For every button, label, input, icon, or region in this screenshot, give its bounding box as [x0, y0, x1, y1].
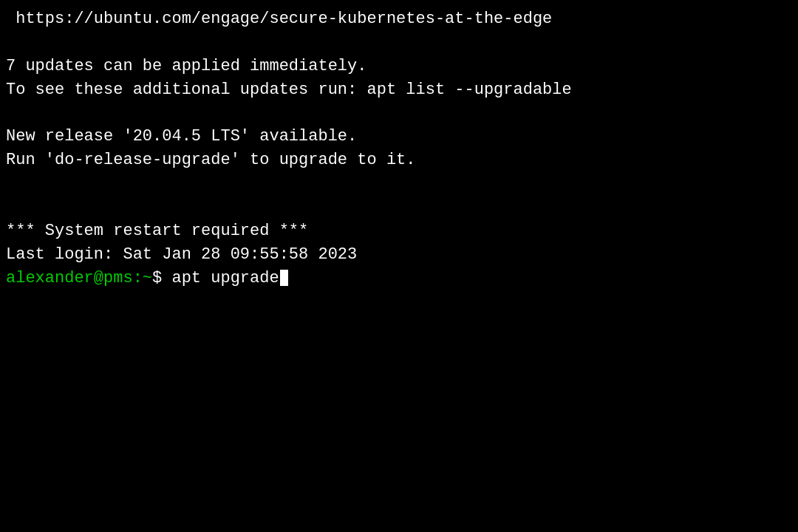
blank-line-1	[6, 31, 792, 55]
prompt-command: apt upgrade	[171, 267, 279, 290]
command-prompt-line[interactable]: alexander@pms:~$ apt upgrade	[6, 267, 792, 290]
blank-line-4	[6, 196, 792, 219]
prompt-symbol: $	[152, 267, 171, 290]
restart-line: *** System restart required ***	[6, 219, 792, 243]
updates-line-1: 7 updates can be applied immediately.	[6, 55, 792, 78]
release-line-2: Run 'do-release-upgrade' to upgrade to i…	[6, 149, 792, 172]
terminal-window: https://ubuntu.com/engage/secure-kuberne…	[0, 0, 798, 532]
release-line-1: New release '20.04.5 LTS' available.	[6, 125, 792, 149]
blank-line-2	[6, 102, 792, 126]
url-line: https://ubuntu.com/engage/secure-kuberne…	[6, 7, 792, 31]
terminal-cursor	[280, 270, 288, 286]
last-login-line: Last login: Sat Jan 28 09:55:58 2023	[6, 243, 792, 267]
prompt-user-host: alexander@pms:~	[6, 267, 152, 290]
blank-line-3	[6, 172, 792, 196]
updates-line-2: To see these additional updates run: apt…	[6, 78, 792, 102]
